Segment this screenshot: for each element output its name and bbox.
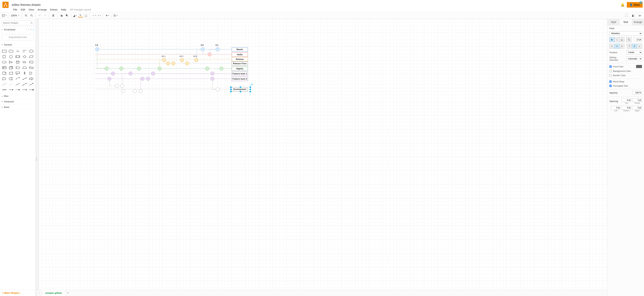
shape-circle[interactable] [8, 54, 14, 59]
undo-icon[interactable]: ↶ [37, 13, 42, 18]
shape-step[interactable] [15, 65, 21, 70]
fullscreen-icon[interactable]: ⛶ [624, 13, 629, 18]
shape-note[interactable] [2, 71, 7, 75]
border-color-check[interactable]: Border Color [610, 74, 642, 77]
selection-handle[interactable] [250, 91, 251, 92]
position-select[interactable]: Center [626, 50, 642, 54]
commit-node[interactable] [201, 47, 205, 51]
zoom-out-icon[interactable] [29, 13, 34, 18]
shape-curve[interactable] [15, 76, 21, 81]
line-color-icon[interactable]: ✎ [78, 14, 83, 17]
commit-node[interactable] [119, 67, 123, 70]
insert-icon[interactable]: +▼ [105, 13, 110, 18]
commit-node[interactable] [105, 67, 108, 70]
shadow-icon[interactable]: ▢ [84, 13, 88, 18]
page-menu-icon[interactable]: ⋮ [37, 290, 42, 296]
selection-handle[interactable] [250, 89, 251, 90]
shape-or[interactable] [28, 71, 34, 75]
shape-biarrow[interactable] [22, 76, 27, 81]
fill-color-icon[interactable]: ◢▼ [72, 13, 78, 18]
shape-rect[interactable] [2, 49, 7, 53]
spacing-right-input[interactable] [632, 106, 642, 110]
word-wrap-check[interactable]: Word Wrap [610, 80, 642, 83]
tab-text[interactable]: Text [620, 19, 632, 25]
shape-tape[interactable] [28, 65, 34, 70]
commit-node[interactable] [139, 89, 142, 93]
menu-extras[interactable]: Extras [48, 8, 59, 12]
commit-node[interactable] [166, 62, 170, 65]
selection-handle[interactable] [230, 91, 232, 92]
commit-node[interactable] [95, 47, 99, 51]
menu-help[interactable]: Help [59, 8, 68, 12]
shape-document[interactable] [28, 60, 34, 64]
collapse-icon[interactable]: ≫ [637, 13, 642, 18]
opacity-input[interactable] [632, 91, 642, 95]
close-icon[interactable]: ✕ [33, 29, 34, 31]
connection-icon[interactable]: →▼ [92, 13, 97, 18]
commit-node[interactable] [151, 72, 155, 75]
general-section[interactable]: ▼General [0, 42, 36, 48]
vertical-text-button[interactable]: ⇅ [626, 37, 632, 42]
menu-arrange[interactable]: Arrange [36, 8, 48, 12]
commit-node[interactable] [162, 58, 166, 62]
valign-middle-button[interactable]: ⇵ [632, 44, 637, 49]
zoom-level[interactable]: 100%▼ [10, 14, 21, 17]
menu-view[interactable]: View [27, 8, 36, 12]
shape-ellipse[interactable] [28, 49, 34, 53]
tab-style[interactable]: Style [607, 19, 620, 25]
commit-node[interactable] [210, 72, 214, 75]
advanced-section[interactable]: ▶Advanced [0, 99, 36, 104]
font-size-input[interactable] [634, 38, 642, 42]
align-right-button[interactable]: ≡ [619, 44, 624, 49]
shape-line-dot[interactable] [8, 82, 14, 86]
search-shapes-input[interactable] [2, 20, 34, 25]
shape-dirarrow[interactable] [28, 82, 34, 86]
shape-datastore[interactable] [8, 76, 14, 81]
shape-arrow[interactable] [28, 76, 34, 81]
selection-handle[interactable] [240, 91, 241, 92]
shape-actor[interactable] [22, 71, 27, 75]
commit-node[interactable] [146, 77, 150, 81]
menu-edit[interactable]: Edit [19, 8, 27, 12]
align-left-button[interactable]: ≡ [609, 44, 614, 49]
commit-node[interactable] [115, 84, 119, 88]
branch-label[interactable]: Release [232, 57, 248, 61]
commit-node[interactable] [171, 62, 175, 65]
shape-callout[interactable] [15, 71, 21, 75]
branch-label[interactable]: Master [232, 47, 248, 52]
shape-square[interactable] [2, 54, 7, 59]
shape-process[interactable] [15, 54, 21, 59]
more-shapes-button[interactable]: + More Shapes... [0, 290, 36, 296]
spacing-left-input[interactable] [611, 106, 620, 110]
branch-label[interactable]: Hotfix [232, 53, 248, 57]
help-icon[interactable]: ? [26, 29, 27, 31]
selection-handle[interactable] [230, 89, 232, 90]
commit-node[interactable] [220, 67, 223, 70]
commit-node[interactable] [120, 84, 124, 88]
commit-node[interactable] [137, 67, 141, 70]
page-tab[interactable]: complex gitflow [42, 290, 65, 296]
left-splitter[interactable] [36, 19, 37, 296]
shape-heading[interactable]: Heading━━━━━━ [22, 49, 27, 53]
zoom-in-icon[interactable] [24, 13, 29, 18]
shape-rounded[interactable] [8, 49, 14, 53]
shape-parallelogram[interactable] [28, 54, 34, 59]
shape-link2[interactable] [8, 88, 14, 92]
shape-cube[interactable] [8, 65, 14, 70]
format-panel-icon[interactable]: ◧ [630, 13, 636, 18]
shape-line-dash[interactable] [2, 82, 7, 86]
writing-dir-select[interactable]: Automatic [626, 57, 642, 61]
shape-and[interactable] [2, 76, 7, 81]
shape-hexagon[interactable] [2, 60, 7, 64]
shape-line[interactable] [15, 82, 21, 86]
font-family-select[interactable]: Helvetica [610, 31, 642, 36]
selection-handle[interactable] [230, 86, 232, 88]
selection-handle[interactable] [240, 86, 241, 88]
font-color-check[interactable]: Font Color [610, 65, 642, 68]
scratchpad-dropzone[interactable]: Drag elements here [2, 34, 34, 40]
canvas-area[interactable]: 1.02.02.1RC1RC2RC3MasterHotfixReleaseRel… [37, 19, 607, 296]
commit-node[interactable] [133, 89, 136, 93]
commit-node[interactable] [206, 67, 209, 70]
add-icon[interactable]: + [28, 29, 29, 31]
spacing-bottom-input[interactable] [622, 106, 631, 110]
